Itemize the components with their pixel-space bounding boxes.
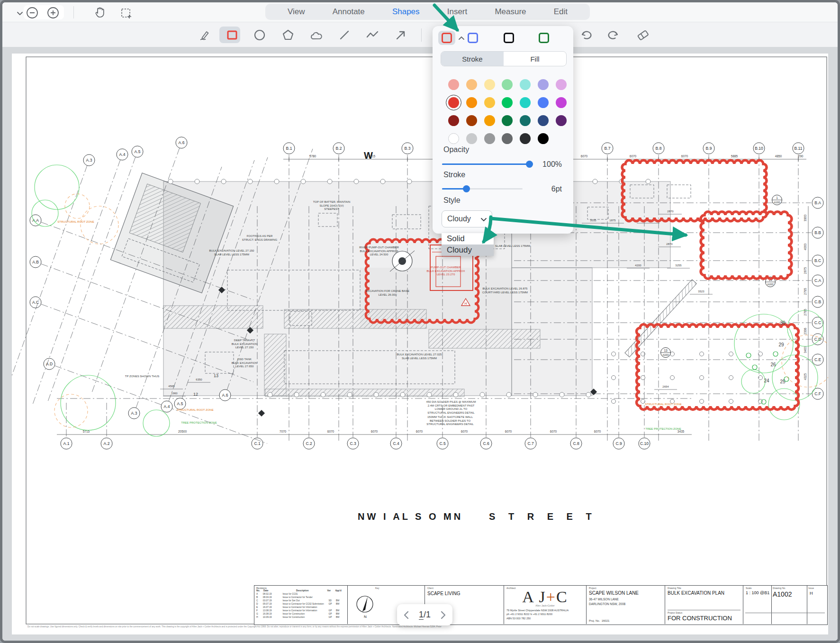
style-option-cloudy[interactable]: Cloudy [442, 245, 494, 256]
color-swatch[interactable] [466, 79, 477, 90]
preset-shape-1[interactable] [468, 33, 478, 43]
tab-annotate[interactable]: Annotate [333, 7, 365, 17]
color-swatch[interactable] [466, 133, 477, 144]
svg-text:B.C: B.C [814, 258, 821, 263]
zoom-in-button[interactable] [46, 6, 60, 19]
plan-annotation-text: TP ZONES SHOWN THUS [125, 375, 159, 379]
color-swatch[interactable] [502, 79, 513, 90]
color-swatch[interactable] [556, 97, 567, 108]
current-page[interactable]: 1 [419, 610, 424, 620]
color-swatch[interactable] [538, 79, 549, 90]
circle-tool[interactable] [253, 28, 267, 42]
eraser-button[interactable] [635, 28, 650, 42]
svg-text:A.3: A.3 [86, 158, 92, 163]
color-swatch[interactable] [538, 97, 549, 108]
svg-text:2875: 2875 [804, 267, 807, 274]
line-tool[interactable] [337, 28, 352, 42]
color-swatch[interactable] [448, 133, 459, 144]
grid-bubble: A.B [30, 256, 41, 268]
color-swatch[interactable] [466, 115, 477, 126]
tab-view[interactable]: View [288, 7, 305, 17]
svg-text:B.11: B.11 [795, 146, 803, 151]
street-label-w: W [364, 150, 373, 161]
street-label-1: NW I AL S O MN [358, 511, 463, 522]
drawing-title: BULK EXCAVATION PLAN [668, 590, 741, 596]
svg-text:2795: 2795 [804, 308, 807, 316]
tab-shapes[interactable]: Shapes [392, 7, 420, 17]
color-swatch[interactable] [448, 115, 459, 126]
scale-cell: Scale 1 : 100 @B1 Drawing No. A1002 Issu… [743, 585, 827, 624]
arrow-tool[interactable] [394, 28, 408, 42]
color-swatch[interactable] [466, 97, 477, 108]
svg-text:A.6: A.6 [179, 140, 185, 145]
plan-annotation-text: PUMP-OUT CHAMBER BULK EXCAVATION APPROX … [426, 266, 465, 277]
color-swatch[interactable] [556, 115, 567, 126]
tab-edit[interactable]: Edit [554, 7, 568, 17]
next-page-icon[interactable] [441, 611, 446, 619]
svg-text:B.A: B.A [814, 200, 821, 205]
zoom-out-button[interactable] [26, 6, 39, 19]
color-swatch[interactable] [520, 79, 531, 90]
preset-shape-2[interactable] [504, 33, 514, 43]
plan-annotation-text: DEEP TANK PIT BULK EXCAVATION LEVEL 27.1… [232, 339, 258, 350]
color-swatch[interactable] [484, 97, 495, 108]
color-swatch[interactable] [484, 79, 495, 90]
grid-bubble: C.2 [303, 438, 315, 449]
plan-annotation-text: TOP OF BATTER, MAINTAIN SLOPE 2(HO):1(V)… [313, 200, 351, 211]
svg-text:C.F: C.F [814, 391, 821, 396]
color-swatch[interactable] [484, 115, 495, 126]
color-swatch[interactable] [556, 79, 567, 90]
color-swatch[interactable] [502, 133, 513, 144]
color-swatch[interactable] [502, 115, 513, 126]
color-swatch[interactable] [448, 79, 459, 90]
redo-button[interactable] [605, 28, 620, 42]
polyline-tool[interactable] [365, 28, 379, 42]
svg-text:6070: 6070 [505, 430, 512, 433]
pentagon-tool[interactable] [281, 28, 295, 42]
color-swatch[interactable] [520, 133, 531, 144]
tab-measure[interactable]: Measure [495, 7, 526, 17]
svg-text:B.2: B.2 [336, 146, 342, 151]
cloud-tool[interactable] [309, 29, 324, 43]
client-name: SCAPE LIVING [427, 591, 501, 596]
document-canvas[interactable]: B.1B.2B.3B.7B.8B.9B.10B.1157808215607060… [2, 47, 838, 641]
color-swatch[interactable] [520, 115, 531, 126]
chevron-up-icon[interactable] [458, 34, 465, 42]
style-label: Style [443, 196, 461, 205]
svg-text:20500: 20500 [178, 430, 187, 433]
color-swatch[interactable] [502, 97, 513, 108]
grid-bubble: C.6 [480, 438, 492, 449]
color-swatch[interactable] [538, 115, 549, 126]
svg-text:3523: 3523 [698, 290, 705, 293]
plan-annotation-text: 150MM THICK SHOTCRETE WALL BETWEEN SOLDI… [426, 416, 473, 426]
project-status: FOR CONSTRUCTION [668, 615, 732, 622]
prev-page-icon[interactable] [403, 611, 409, 619]
svg-text:A.5: A.5 [135, 149, 141, 154]
svg-text:A.B: A.B [32, 260, 39, 264]
undo-button[interactable] [579, 28, 595, 42]
opacity-slider-handle[interactable] [526, 161, 533, 168]
pen-tool[interactable] [198, 28, 212, 42]
color-swatch[interactable] [538, 133, 549, 144]
color-swatch[interactable] [520, 97, 531, 108]
stroke-slider-handle[interactable] [463, 185, 470, 192]
toolbar-divider [73, 6, 74, 18]
tab-fill[interactable]: Fill [504, 52, 566, 66]
marquee-select-button[interactable] [119, 7, 134, 21]
style-select[interactable]: Cloudy [442, 210, 492, 227]
grid-bubble: B.A [812, 197, 823, 208]
svg-text:6070: 6070 [371, 430, 378, 433]
svg-text:4325: 4325 [804, 373, 807, 380]
hand-tool-button[interactable] [93, 6, 107, 20]
rectangle-tool[interactable] [225, 28, 239, 42]
selected-swatch-ring [446, 95, 461, 110]
svg-text:2654: 2654 [662, 385, 669, 388]
grid-bubble: A.1 [61, 438, 72, 449]
grid-bubble: A.A [30, 215, 41, 226]
color-swatch[interactable] [484, 133, 495, 144]
tab-stroke[interactable]: Stroke [441, 52, 504, 66]
preset-shape-0[interactable] [442, 33, 452, 43]
tab-insert[interactable]: Insert [447, 7, 468, 17]
style-option-solid[interactable]: Solid [442, 233, 494, 245]
preset-shape-3[interactable] [539, 33, 549, 43]
